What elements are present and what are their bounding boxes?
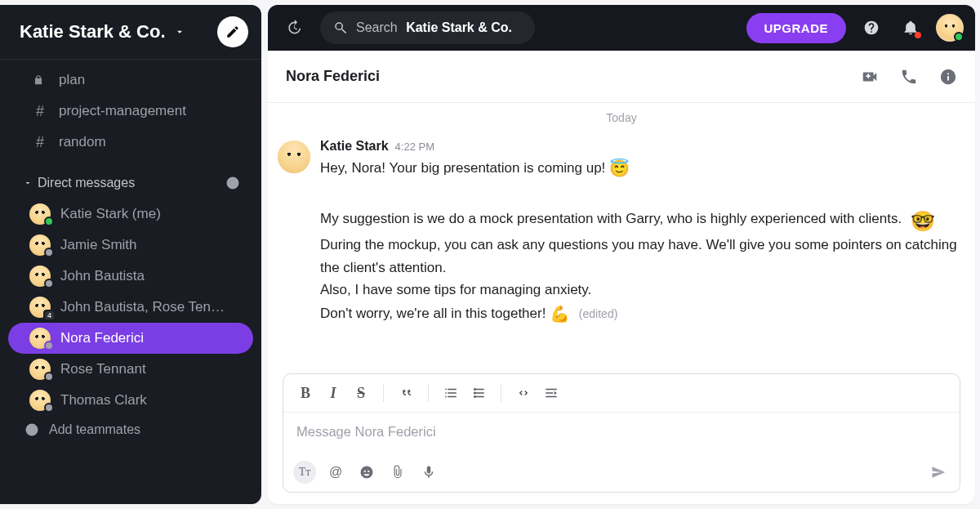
bold-button[interactable]: B <box>293 382 318 404</box>
toggle-formatting-button[interactable]: Tт <box>293 461 316 484</box>
dm-thomas-clark[interactable]: Thomas Clark <box>8 385 253 416</box>
avatar <box>29 359 51 380</box>
dm-label: Thomas Clark <box>60 392 147 409</box>
mention-button[interactable]: @ <box>324 461 347 484</box>
message-time: 4:22 PM <box>395 141 434 153</box>
dm-section-label: Direct messages <box>38 176 135 190</box>
workspace-name: Katie Stark & Co. <box>20 21 166 42</box>
sidebar: Katie Stark & Co. plan # project-managem… <box>0 5 261 504</box>
activity-button[interactable] <box>897 14 924 42</box>
presence-away-icon <box>44 248 54 257</box>
compose-button[interactable] <box>217 16 248 47</box>
channel-plan[interactable]: plan <box>8 65 253 96</box>
emoji-button[interactable] <box>355 461 378 484</box>
topbar: Search Katie Stark & Co. UPGRADE <box>268 5 975 51</box>
phone-icon[interactable] <box>900 68 918 86</box>
message-text: Hey, Nora! Your big presentation is comi… <box>320 155 959 327</box>
conversation-pane: Nora Federici Today Katie Stark 4:22 PM <box>268 51 975 504</box>
dm-jamie-smith[interactable]: Jamie Smith <box>8 230 253 261</box>
chevron-down-icon <box>23 178 33 188</box>
help-button[interactable] <box>858 14 885 42</box>
presence-away-icon <box>44 403 54 413</box>
avatar <box>29 266 51 287</box>
presence-away-icon <box>44 341 54 350</box>
message-input[interactable]: Message Nora Federici <box>283 413 960 454</box>
add-teammates-button[interactable]: Add teammates <box>0 416 261 444</box>
upgrade-button[interactable]: UPGRADE <box>746 13 847 43</box>
dm-group-john-rose[interactable]: 4 John Bautista, Rose Ten… <box>8 292 253 323</box>
channel-random[interactable]: # random <box>8 127 253 158</box>
bullet-list-icon <box>471 386 486 400</box>
dm-john-bautista[interactable]: John Bautista <box>8 261 253 292</box>
conversation-header: Nora Federici <box>268 51 975 103</box>
upgrade-label: UPGRADE <box>764 21 829 35</box>
presence-away-icon <box>44 372 54 382</box>
message-placeholder: Message Nora Federici <box>296 424 436 439</box>
notification-dot-icon <box>915 32 921 38</box>
composer: B I S <box>283 373 960 493</box>
dm-rose-tennant[interactable]: Rose Tennant <box>8 354 253 385</box>
paperclip-icon <box>390 465 405 480</box>
avatar <box>29 328 51 349</box>
flex-emoji-icon: 💪 <box>550 301 570 327</box>
edited-label: (edited) <box>579 307 617 320</box>
dm-label: Nora Federici <box>60 330 144 346</box>
hash-icon: # <box>33 134 47 151</box>
bullet-list-button[interactable] <box>466 382 491 404</box>
channel-project-management[interactable]: # project-management <box>8 96 253 127</box>
dm-katie-stark[interactable]: Katie Stark (me) <box>8 199 253 230</box>
avatar <box>29 203 51 225</box>
avatar <box>29 390 51 411</box>
code-button[interactable] <box>511 382 536 404</box>
nerd-emoji-icon: 🤓 <box>911 206 935 237</box>
workspace-switcher[interactable]: Katie Stark & Co. <box>0 5 261 60</box>
ordered-list-button[interactable] <box>439 382 463 404</box>
avatar <box>29 234 51 256</box>
pencil-icon <box>225 25 240 39</box>
add-video-icon[interactable] <box>861 68 879 86</box>
search-workspace: Katie Stark & Co. <box>406 20 512 34</box>
plus-circle-icon[interactable] <box>225 176 240 190</box>
channel-label: random <box>59 134 106 150</box>
attach-button[interactable] <box>386 461 409 484</box>
chevron-down-icon <box>174 26 185 38</box>
codeblock-button[interactable] <box>539 382 564 404</box>
strike-button[interactable]: S <box>349 382 373 404</box>
message-avatar[interactable] <box>278 141 310 173</box>
add-teammates-label: Add teammates <box>49 422 140 437</box>
main: Search Katie Stark & Co. UPGRADE <box>268 5 975 504</box>
microphone-icon <box>421 465 436 480</box>
dm-nora-federici[interactable]: Nora Federici <box>8 323 253 354</box>
dm-section-header[interactable]: Direct messages <box>8 167 253 199</box>
conversation-title[interactable]: Nora Federici <box>286 68 840 85</box>
angel-emoji-icon: 😇 <box>609 155 630 181</box>
send-button[interactable] <box>927 461 950 484</box>
quote-button[interactable] <box>394 382 418 404</box>
format-toolbar: B I S <box>283 374 960 413</box>
dm-label: John Bautista, Rose Ten… <box>60 299 225 315</box>
italic-button[interactable]: I <box>321 382 345 404</box>
channel-label: plan <box>59 72 85 88</box>
dm-label: John Bautista <box>60 268 145 284</box>
avatar: 4 <box>29 297 51 318</box>
info-icon[interactable] <box>939 68 957 86</box>
composer-actions: Tт @ <box>283 454 960 492</box>
dm-label: Jamie Smith <box>60 237 137 253</box>
history-button[interactable] <box>279 13 309 42</box>
code-icon <box>516 386 531 400</box>
presence-away-icon <box>44 279 54 288</box>
dm-label: Katie Stark (me) <box>60 206 161 222</box>
codeblock-icon <box>544 386 559 400</box>
message-list: Today Katie Stark 4:22 PM Hey, Nora! You… <box>268 103 975 373</box>
history-icon <box>286 20 302 36</box>
ordered-list-icon <box>443 386 458 400</box>
plus-circle-icon <box>24 422 39 437</box>
user-menu[interactable] <box>936 14 964 42</box>
hash-icon: # <box>33 103 47 120</box>
search-input[interactable]: Search Katie Stark & Co. <box>320 11 535 44</box>
smile-icon <box>359 465 374 480</box>
search-icon <box>333 20 348 35</box>
message-author[interactable]: Katie Stark <box>320 139 389 154</box>
record-button[interactable] <box>417 461 440 484</box>
help-icon <box>863 20 880 36</box>
